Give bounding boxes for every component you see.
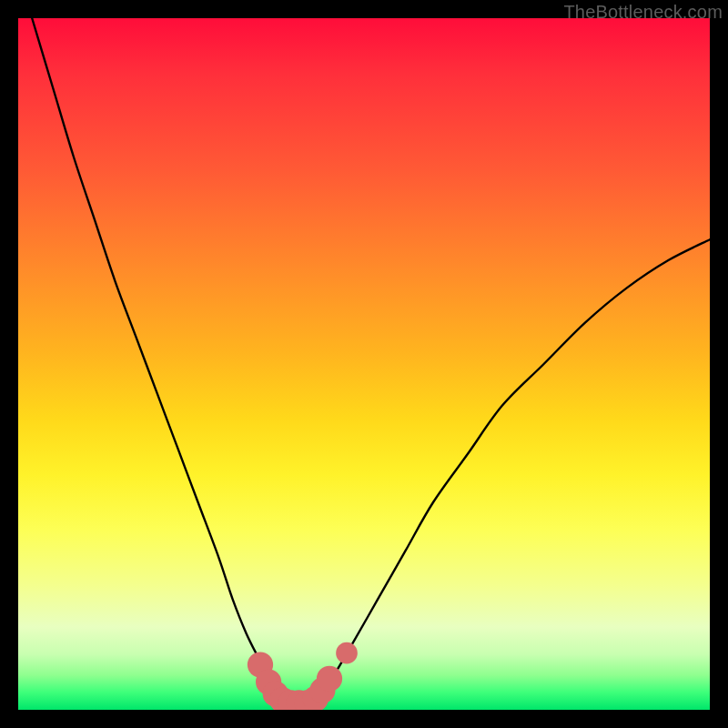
chart-frame bbox=[18, 18, 710, 710]
bottleneck-curve bbox=[32, 18, 710, 706]
curve-markers bbox=[248, 642, 358, 710]
chart-svg bbox=[18, 18, 710, 710]
curve-marker bbox=[336, 642, 358, 664]
curve-marker bbox=[317, 666, 342, 692]
